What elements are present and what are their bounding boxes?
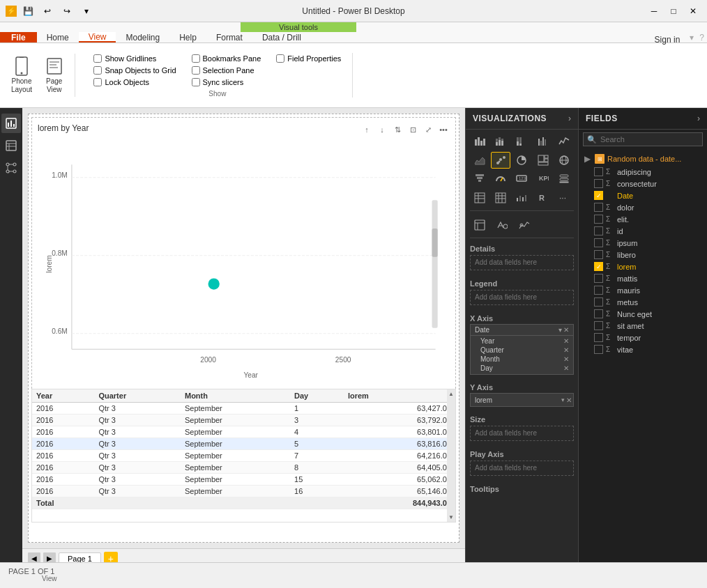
x-axis-quarter-remove[interactable]: ✕	[563, 346, 569, 354]
data-view-icon[interactable]	[1, 136, 21, 155]
show-gridlines-checkbox[interactable]: Show Gridlines	[91, 53, 178, 64]
fields-item-checkbox[interactable]	[594, 215, 603, 224]
x-axis-day-remove[interactable]: ✕	[563, 364, 569, 372]
legend-drop[interactable]: Add data fields here	[470, 290, 574, 305]
redo-btn[interactable]: ↪	[59, 4, 75, 18]
y-axis-lorem-chip[interactable]: lorem ▾ ✕	[470, 393, 574, 407]
fields-search-input[interactable]	[583, 132, 703, 146]
lock-objects-input[interactable]	[93, 78, 102, 86]
tab-help[interactable]: Help	[169, 32, 206, 42]
maximize-btn[interactable]: □	[665, 4, 682, 18]
fields-item-checkbox[interactable]	[594, 321, 603, 330]
play-axis-drop[interactable]: Add data fields here	[470, 461, 574, 476]
bookmarks-pane-checkbox[interactable]: Bookmarks Pane	[189, 53, 264, 64]
viz-gauge[interactable]	[491, 170, 510, 187]
selection-pane-input[interactable]	[192, 66, 200, 75]
fields-item-checkbox[interactable]	[594, 297, 603, 307]
phone-layout-btn[interactable]: PhoneLayout	[6, 54, 38, 97]
fields-item-checkbox[interactable]	[594, 167, 603, 176]
x-axis-month-remove[interactable]: ✕	[563, 355, 569, 363]
fields-item-checkbox[interactable]	[594, 333, 603, 342]
fields-item[interactable]: Σsit amet	[581, 320, 704, 332]
x-axis-date-chip[interactable]: Date ▾ ✕ Year ✕ Quarter ✕	[470, 324, 574, 375]
snap-to-grid-input[interactable]	[93, 66, 102, 75]
fields-item-checkbox[interactable]	[594, 191, 603, 200]
viz-kpi[interactable]: KPI	[533, 170, 553, 187]
viz-scatter-chart[interactable]	[491, 152, 510, 169]
tab-modeling[interactable]: Modeling	[116, 32, 169, 42]
viz-table[interactable]	[470, 189, 489, 206]
tab-data-drill[interactable]: Data / Drill	[252, 32, 311, 42]
viz-map[interactable]	[554, 152, 574, 169]
fields-item[interactable]: Σtempor	[581, 332, 704, 343]
details-drop[interactable]: Add data fields here	[470, 255, 574, 270]
chart-visual[interactable]: lorem by Year ↑ ↓ ⇅ ⊡ ⤢ ••• 1.0M 0.8M 0.…	[31, 117, 456, 403]
fields-item-checkbox[interactable]	[594, 286, 603, 295]
page-view-btn[interactable]: PageView	[40, 54, 68, 97]
fields-item-checkbox[interactable]	[594, 262, 603, 271]
show-gridlines-input[interactable]	[93, 54, 102, 63]
fields-item[interactable]: Σipsum	[581, 237, 704, 249]
fields-item-checkbox[interactable]	[594, 238, 603, 247]
page-tab-1[interactable]: Page 1	[59, 552, 101, 563]
viz-pie-chart[interactable]	[512, 152, 531, 169]
viz-line-chart[interactable]	[554, 132, 574, 149]
quick-save-btn[interactable]: 💾	[20, 4, 36, 18]
sync-slicers-checkbox[interactable]: Sync slicers	[189, 77, 264, 88]
close-btn[interactable]: ✕	[685, 4, 701, 18]
undo-btn[interactable]: ↩	[39, 4, 56, 18]
viz-analytics-icon[interactable]	[515, 217, 534, 233]
snap-to-grid-checkbox[interactable]: Snap Objects to Grid	[91, 65, 178, 76]
y-axis-expand[interactable]: ▾	[561, 396, 565, 404]
viz-treemap[interactable]	[533, 152, 553, 169]
viz-matrix[interactable]	[491, 189, 510, 206]
tab-home[interactable]: Home	[37, 32, 79, 42]
scroll-down-arrow[interactable]: ▼	[448, 514, 454, 520]
field-properties-input[interactable]	[276, 54, 284, 63]
viz-stacked-bar[interactable]	[491, 132, 510, 149]
tab-view[interactable]: View	[79, 32, 116, 42]
viz-format-icon[interactable]	[492, 217, 512, 233]
viz-slicer[interactable]	[554, 170, 574, 187]
viz-r-custom[interactable]: R	[533, 189, 553, 206]
y-axis-remove[interactable]: ✕	[566, 396, 572, 404]
fields-item[interactable]: Σmattis	[581, 272, 704, 284]
fields-item[interactable]: Σlibero	[581, 249, 704, 261]
viz-area-chart[interactable]	[470, 152, 489, 169]
viz-clustered-bar[interactable]	[533, 132, 553, 149]
table-scrollbar[interactable]: ▲ ▼	[447, 389, 455, 522]
fields-table-header[interactable]: ▶ ⊞ Random data - date...	[581, 152, 704, 166]
fields-item[interactable]: Σlorem	[581, 261, 704, 272]
x-axis-year-remove[interactable]: ✕	[563, 337, 569, 345]
field-properties-checkbox[interactable]: Field Properties	[273, 53, 344, 64]
fields-item[interactable]: Σconsectetur	[581, 178, 704, 189]
fields-item[interactable]: Σid	[581, 225, 704, 237]
chart-more[interactable]: •••	[437, 123, 450, 136]
fields-item-checkbox[interactable]	[594, 274, 603, 283]
lock-objects-checkbox[interactable]: Lock Objects	[91, 77, 178, 88]
scroll-up-arrow[interactable]: ▲	[448, 391, 454, 397]
page-next-btn[interactable]: ▶	[43, 552, 56, 563]
fields-panel-collapse[interactable]: ›	[697, 114, 700, 123]
sign-in-link[interactable]: Sign in	[648, 32, 687, 42]
report-view-icon[interactable]	[1, 114, 21, 133]
tab-format[interactable]: Format	[206, 32, 252, 42]
sync-slicers-input[interactable]	[192, 78, 200, 86]
fields-item[interactable]: ΣNunc eget	[581, 308, 704, 320]
fields-item-checkbox[interactable]	[594, 226, 603, 235]
fields-item[interactable]: Σadipiscing	[581, 166, 704, 178]
selection-pane-checkbox[interactable]: Selection Pane	[189, 65, 264, 76]
x-axis-date-remove[interactable]: ✕	[563, 326, 569, 334]
help-icon[interactable]: ?	[697, 32, 707, 42]
fields-item-checkbox[interactable]	[594, 203, 603, 212]
chart-sort-asc[interactable]: ↑	[360, 123, 373, 136]
fields-item[interactable]: Σmauris	[581, 284, 704, 296]
viz-waterfall[interactable]	[512, 189, 531, 206]
sign-in-expand[interactable]: ▾	[687, 32, 697, 42]
viz-funnel[interactable]	[470, 170, 489, 187]
chart-expand[interactable]: ⊡	[406, 123, 419, 136]
viz-card[interactable]: 123	[512, 170, 531, 187]
fields-item[interactable]: Σelit.	[581, 213, 704, 225]
chart-fullscreen[interactable]: ⤢	[422, 123, 434, 136]
viz-bar-chart[interactable]	[470, 132, 489, 149]
